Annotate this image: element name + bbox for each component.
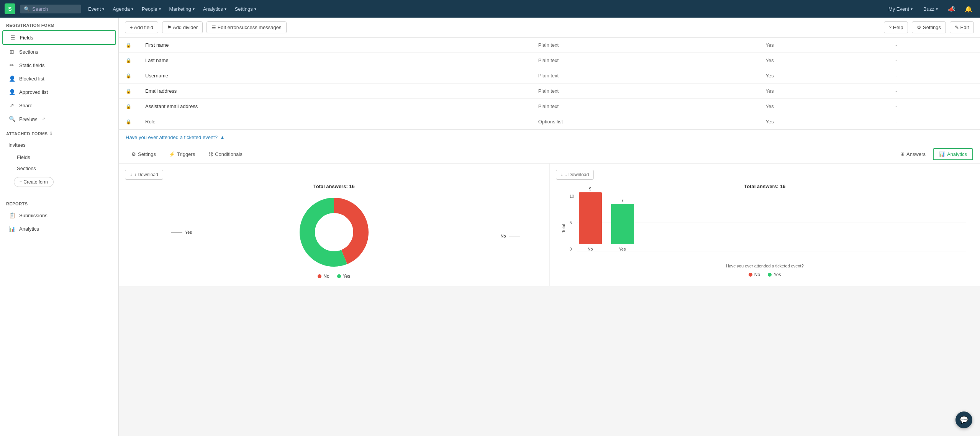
add-divider-button[interactable]: ⚑ Add divider [162,21,203,33]
tab-triggers[interactable]: ⚡ Triggers [163,149,201,160]
top-nav-right: My Event ▾ Buzz ▾ 📣 🔔 [885,3,975,15]
blocked-list-icon: 👤 [8,75,15,82]
download-button-1[interactable]: ↓ ↓ Download [125,170,163,180]
my-event-button[interactable]: My Event ▾ [885,4,916,14]
submissions-icon: 📋 [8,212,15,218]
bar-chart-area: Total 0 5 10 [556,194,974,268]
legend-yes: Yes [337,274,351,279]
buzz-button[interactable]: Buzz ▾ [919,4,942,14]
donut-svg [296,194,372,270]
field-required: Yes [759,53,888,68]
question-header: Have you ever attended a ticketed event?… [119,130,980,145]
sidebar-item-preview[interactable]: 🔍 Preview ↗ [2,112,116,125]
table-row: 🔒 Last name Plain text Yes - [119,53,980,68]
create-form-button[interactable]: + Create form [14,177,54,187]
registration-form-label: REGISTRATION FORM [0,18,118,30]
question-tabs-bar: ⚙ Settings ⚡ Triggers ⛓ Conditionals [119,145,980,164]
search-input[interactable] [32,6,78,12]
field-required: Yes [759,38,888,53]
sidebar-item-share[interactable]: ↗ Share [2,99,116,112]
bell-icon[interactable]: 🔔 [962,3,975,15]
nav-item-agenda[interactable]: Agenda ▾ [109,4,137,14]
field-required: Yes [759,99,888,114]
download-icon-2: ↓ [561,172,563,177]
main-layout: REGISTRATION FORM ☰ Fields ⊞ Sections ✏ … [0,18,980,436]
bar-yes-dot [768,273,772,277]
attached-forms-label: ATTACHED FORMS ℹ [0,126,118,138]
bar-chart-container: ↓ ↓ Download Total answers: 16 Total 0 [550,164,980,286]
chevron-down-icon: ▾ [936,7,938,11]
sidebar-item-blocked-list[interactable]: 👤 Blocked list [2,72,116,85]
table-row: 🔒 First name Plain text Yes - [119,38,980,53]
question-title[interactable]: Have you ever attended a ticketed event?… [126,134,225,140]
nav-item-analytics[interactable]: Analytics ▾ [199,4,230,14]
field-type: Options list [531,114,759,129]
bar-legend: No Yes [556,272,974,277]
tab-conditionals[interactable]: ⛓ Conditionals [202,149,248,160]
tab-settings[interactable]: ⚙ Settings [126,149,162,160]
field-name: Username [138,68,531,84]
sidebar-invitees-fields[interactable]: Fields [0,152,118,163]
table-row: 🔒 Role Options list Yes - [119,114,980,129]
donut-chart-container: ↓ ↓ Download Total answers: 16 [119,164,550,286]
answers-tab-icon: ⊞ [900,151,905,157]
sidebar-item-approved-list[interactable]: 👤 Approved list [2,85,116,98]
sidebar-item-fields[interactable]: ☰ Fields [2,30,116,45]
chevron-down-icon: ▾ [131,7,133,11]
x-axis-label: Have you ever attended a ticketed event? [556,264,974,268]
top-navigation: S 🔍 Event ▾ Agenda ▾ People ▾ Marketing … [0,0,980,18]
analytics-icon: 📊 [8,226,15,232]
lock-icon: 🔒 [119,38,138,53]
fields-icon: ☰ [9,34,16,41]
field-type: Plain text [531,38,759,53]
field-required: Yes [759,68,888,84]
megaphone-icon[interactable]: 📣 [945,3,959,15]
sidebar-item-static-fields[interactable]: ✏ Static fields [2,59,116,72]
field-type: Plain text [531,68,759,84]
edit-messages-button[interactable]: ☰ Edit error/success messages [206,21,287,33]
analytics-tab-icon: 📊 [939,151,945,157]
content-area: + Add field ⚑ Add divider ☰ Edit error/s… [119,18,980,436]
tab-analytics[interactable]: 📊 Analytics [933,148,973,160]
share-icon: ↗ [8,102,15,108]
bar-chart-inner: Total 0 5 10 [556,194,974,263]
bar-no: 9 No [579,187,602,251]
sidebar-item-analytics[interactable]: 📊 Analytics [2,222,116,235]
lock-icon: 🔒 [119,99,138,114]
tab-answers[interactable]: ⊞ Answers [895,148,931,160]
bar-legend-no: No [749,272,760,277]
main-scroll: 🔒 First name Plain text Yes - 🔒 Last nam… [119,38,980,436]
download-button-2[interactable]: ↓ ↓ Download [556,170,594,180]
field-extra: - [888,38,980,53]
add-field-button[interactable]: + Add field [125,21,158,33]
nav-item-event[interactable]: Event ▾ [84,4,108,14]
chevron-down-icon: ▾ [911,7,913,11]
preview-icon: 🔍 [8,116,15,122]
main-nav-items: Event ▾ Agenda ▾ People ▾ Marketing ▾ An… [84,4,885,14]
question-section: Have you ever attended a ticketed event?… [119,129,980,286]
nav-item-marketing[interactable]: Marketing ▾ [166,4,198,14]
lock-icon: 🔒 [119,68,138,84]
table-row: 🔒 Assistant email address Plain text Yes… [119,99,980,114]
edit-button[interactable]: ✎ Edit [950,21,974,33]
sidebar-invitees[interactable]: Invitees [2,139,116,151]
nav-item-settings[interactable]: Settings ▾ [231,4,260,14]
y-axis-label: Total [561,224,565,233]
y-axis-ticks: 0 5 10 [570,194,574,251]
field-name: Assistant email address [138,99,531,114]
help-button[interactable]: ? Help [884,21,908,33]
sidebar-invitees-sections[interactable]: Sections [0,163,118,174]
bar-no-dot [749,273,752,277]
donut-chart: Yes No [125,194,543,270]
sidebar-item-sections[interactable]: ⊞ Sections [2,45,116,58]
chat-bubble[interactable]: 💬 [955,411,972,428]
info-icon[interactable]: ℹ [50,131,52,136]
sidebar-item-submissions[interactable]: 📋 Submissions [2,209,116,222]
table-row: 🔒 Email address Plain text Yes - [119,84,980,99]
field-extra: - [888,84,980,99]
table-row: 🔒 Username Plain text Yes - [119,68,980,84]
conditionals-tab-icon: ⛓ [208,151,213,157]
svg-point-2 [316,214,352,251]
nav-item-people[interactable]: People ▾ [138,4,164,14]
settings-button[interactable]: ⚙ Settings [912,21,946,33]
